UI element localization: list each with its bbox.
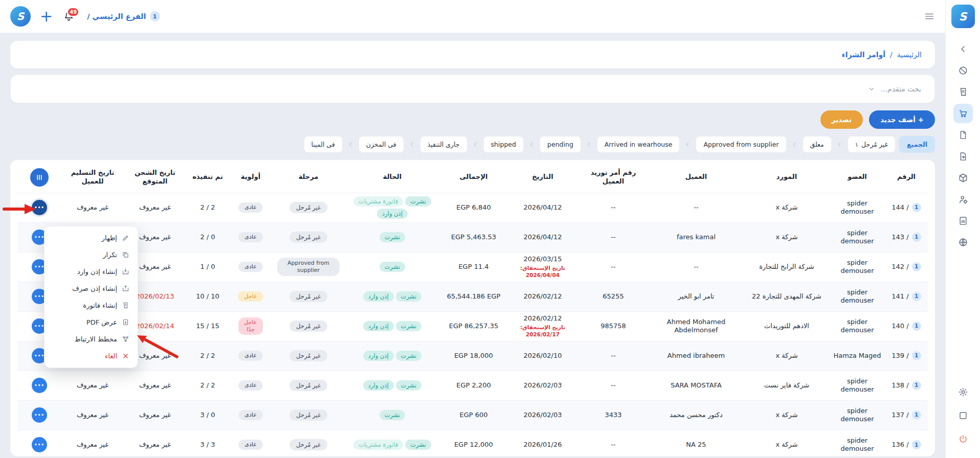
export-button[interactable]: تصدير <box>820 110 863 129</box>
status-badge: نشرت <box>405 196 431 207</box>
user-settings-icon[interactable] <box>953 190 973 209</box>
member-cell: spider demouser <box>830 193 885 222</box>
context-menu-item[interactable]: إظهار <box>44 230 138 246</box>
order-count-badge: 1 <box>912 351 921 360</box>
branch-label: الفرع الرئيسي / <box>87 12 146 20</box>
filter-chip[interactable]: الجميع <box>899 136 935 153</box>
executed-cell: 2 / 2 <box>186 341 229 371</box>
stage-cell: غير مُرحل <box>272 282 345 311</box>
purchases-icon[interactable] <box>953 104 973 123</box>
order-number: 139 /1 <box>888 351 925 360</box>
columns-settings-button[interactable] <box>30 168 49 187</box>
context-menu-item[interactable]: عرض PDF <box>44 314 138 331</box>
filter-chip[interactable]: غير مُرحل١ <box>848 136 896 153</box>
context-menu-item[interactable]: إنشاء إذن وارد <box>44 263 138 280</box>
column-header: تاريخ التسليم للعميل <box>61 162 124 193</box>
expected-shipping-date-cell: غير معروف <box>124 371 186 400</box>
chip-separator-icon <box>527 140 536 149</box>
context-menu-item-label: تكرار <box>103 251 117 259</box>
date-cell: 2026/04/12 <box>507 193 578 222</box>
status-cell: نشرت <box>345 400 440 430</box>
priority-cell: عاجل جدًا <box>229 311 272 341</box>
context-menu-item[interactable]: إنشاء إذن صرف <box>44 280 138 297</box>
filter-chip[interactable]: فى المينا <box>304 136 343 153</box>
context-menu-item[interactable]: تكرار <box>44 246 138 263</box>
context-menu-item-label: الغاء <box>105 352 117 360</box>
status-cell: نشرت <box>345 252 440 282</box>
executed-cell: 15 / 15 <box>186 311 229 341</box>
columns-settings-header <box>17 162 61 193</box>
breadcrumb-home-link[interactable]: الرئيسية <box>897 51 922 59</box>
order-number: 144 /1 <box>888 203 925 212</box>
menu-hamburger-icon[interactable] <box>924 11 935 22</box>
table-row: 139 /1Hamza Magedشركة xAhmed ibraheem--2… <box>17 341 928 371</box>
member-cell: spider demouser <box>830 311 885 341</box>
filter-chip[interactable]: فى المخزن <box>359 136 404 153</box>
globe-icon[interactable] <box>953 233 973 252</box>
client-supply-order-cell: -- <box>578 193 649 222</box>
document-export-icon[interactable] <box>953 147 973 166</box>
context-menu-item[interactable]: الغاء <box>44 348 138 364</box>
settings-gear-icon[interactable] <box>953 382 973 402</box>
advanced-search-bar[interactable]: بحث متقدم... <box>10 75 935 103</box>
priority-cell: عادى <box>229 193 272 222</box>
cancel-icon <box>122 352 129 360</box>
expected-shipping-date: غير معروف <box>139 441 171 448</box>
row-actions-button[interactable]: ... <box>32 407 47 423</box>
executed-count: 10 / 10 <box>196 292 219 300</box>
topbar: S + 49 الفرع الرئيسي / 1 <box>0 0 945 33</box>
receipt-icon[interactable] <box>953 82 973 102</box>
power-icon[interactable] <box>953 429 973 449</box>
filter-chip[interactable]: معلق <box>803 136 832 153</box>
order-date: 2026/02/12 <box>510 292 575 301</box>
filter-chip[interactable]: pending <box>540 136 581 153</box>
collapse-chevron-icon[interactable] <box>953 39 973 59</box>
add-new-button[interactable]: + أضف جديد <box>869 110 935 129</box>
filter-chip[interactable]: Arrived in wearhouse <box>597 136 680 153</box>
executed-count: 2 / 0 <box>200 233 215 241</box>
priority-cell: عادى <box>229 252 272 282</box>
filter-chip[interactable]: جارى التنفيذ <box>420 136 467 153</box>
client-cell: -- <box>649 252 744 282</box>
filter-chip[interactable]: Approved from supplier <box>696 136 786 153</box>
notifications-button[interactable]: 49 <box>63 11 75 22</box>
priority-cell: عادى <box>229 222 272 252</box>
priority-badge: عاجل جدًا <box>238 317 263 335</box>
branch-selector[interactable]: الفرع الرئيسي / 1 <box>87 11 160 21</box>
client-delivery-date-cell: غير معروف <box>61 430 124 456</box>
status-badge: إذن وارد <box>363 351 394 361</box>
report-icon[interactable] <box>953 211 973 231</box>
context-menu-item[interactable]: إنشاء فاتورة <box>44 297 138 314</box>
row-actions-button[interactable]: ... <box>32 437 47 452</box>
filter-chip-label: pending <box>547 141 573 148</box>
goods-in-icon <box>122 268 129 276</box>
status-cell: نشرتفاتورة مشتريات <box>345 430 440 456</box>
create-new-button[interactable]: + <box>40 9 53 24</box>
total-amount: 65,544.186 EGP <box>447 292 501 300</box>
row-actions-button[interactable]: ... <box>32 378 47 393</box>
stage-badge: غير مُرحل <box>289 380 327 391</box>
status-cell: نشرتإذن وارد <box>345 311 440 341</box>
total-cell: 65,544.186 EGP <box>440 282 507 311</box>
status-badges: نشرت <box>348 232 437 242</box>
date-cell: 2026/02/10 <box>507 341 578 371</box>
date-cell: 2026/02/12 <box>507 282 578 311</box>
date-cell: 2026/03/15تاريخ الإستحقاق:2026/04/04 <box>507 252 578 282</box>
order-number-text: 142 / <box>892 263 908 271</box>
total-amount: EGP 18,000 <box>454 352 493 359</box>
actions-cell: ... <box>17 371 61 400</box>
stage-cell: غير مُرحل <box>272 222 345 252</box>
document-icon[interactable] <box>953 125 973 145</box>
order-number-text: 141 / <box>892 292 908 301</box>
order-date: 2026/02/03 <box>510 381 575 390</box>
context-menu-item[interactable]: مخطط الارتباط <box>44 331 138 348</box>
package-icon[interactable] <box>953 168 973 188</box>
filter-chip[interactable]: shipped <box>483 136 524 153</box>
row-actions-button[interactable]: ... <box>32 200 47 215</box>
page-title: أوامر الشراء <box>842 51 886 59</box>
supplier-cell: شركة فاير نست <box>744 371 830 400</box>
executed-cell: 1 / 0 <box>186 252 229 282</box>
ban-icon[interactable] <box>953 61 973 80</box>
executed-cell: 10 / 10 <box>186 282 229 311</box>
square-icon[interactable] <box>953 406 973 425</box>
